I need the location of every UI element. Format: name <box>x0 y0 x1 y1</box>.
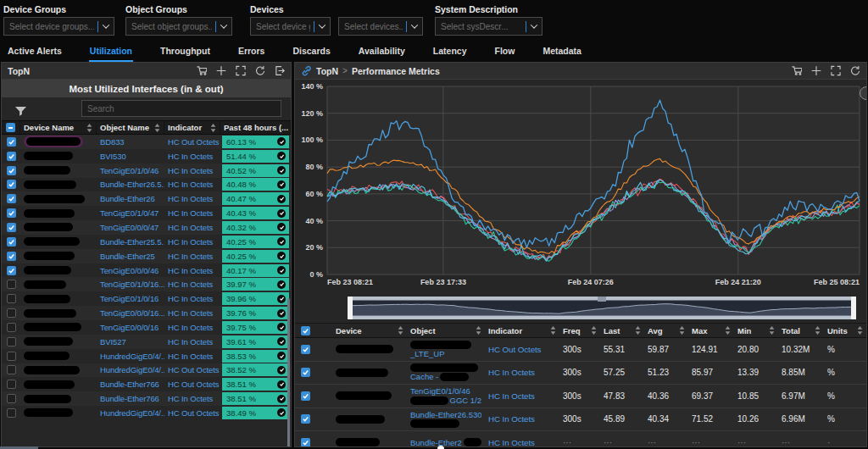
sort-icon[interactable] <box>725 326 731 335</box>
object-name-cell[interactable]: TenGigE0/0/0/16.... <box>97 308 164 318</box>
checkbox-checked[interactable] <box>7 180 16 189</box>
table-row[interactable]: Bundle-Ether26.5... HC In Octets 40.48 % <box>2 178 291 192</box>
chart-range-navigator[interactable] <box>348 297 856 319</box>
indicator-cell[interactable]: HC In Octets <box>164 180 220 189</box>
object-name-cell[interactable]: HundredGigE0/4/... <box>97 408 164 418</box>
refresh-icon[interactable] <box>850 65 860 76</box>
sort-icon[interactable] <box>550 326 556 335</box>
checkbox-checked[interactable] <box>7 223 16 232</box>
performance-chart[interactable]: 0 %20 %40 %60 %80 %100 %120 %140 %Feb 23… <box>295 80 866 293</box>
checkbox-unchecked[interactable] <box>7 294 16 303</box>
table-row[interactable]: TenGigE0/0/0/16 HC In Octets 39.75 % <box>2 320 291 335</box>
table-row[interactable]: Bundle-Ether26 HC In Octets 40.47 % <box>2 191 291 206</box>
indicator-cell[interactable]: HC Out Octets <box>164 408 220 418</box>
sysdescr-select[interactable]: Select sysDescr... <box>435 17 542 36</box>
indicator-cell[interactable]: HC In Octets <box>164 223 220 232</box>
table-row[interactable]: Bundle-Ether2 HC In Octets ··· ··· ··· ·… <box>295 431 866 447</box>
checkbox-unchecked[interactable] <box>7 394 16 403</box>
object-name-cell[interactable]: HundredGigE0/4/... <box>97 352 164 361</box>
object-name-cell[interactable]: TenGigE0/0/0/47 <box>97 223 164 232</box>
add-icon[interactable] <box>811 65 821 76</box>
indicator-cell[interactable]: HC In Octets <box>164 323 220 332</box>
sort-icon[interactable] <box>679 326 685 335</box>
object-name-cell[interactable]: Bundle-Ether766 <box>97 380 164 389</box>
checkbox-unchecked[interactable] <box>7 380 16 389</box>
checkbox-checked[interactable] <box>301 326 310 335</box>
indicator-cell[interactable]: HC In Octets <box>164 280 220 289</box>
expand-icon[interactable] <box>831 65 841 76</box>
add-icon[interactable] <box>216 65 226 76</box>
column-header[interactable]: Object Name <box>97 121 164 134</box>
tab-flow[interactable]: Flow <box>494 42 516 62</box>
indicator-cell[interactable]: HC Out Octets <box>485 345 559 354</box>
column-header[interactable]: Units <box>824 324 866 337</box>
indicator-cell[interactable]: HC In Octets <box>164 337 220 346</box>
object-name-cell[interactable]: TenGigE0/0/0/16 <box>97 323 164 332</box>
indicator-cell[interactable]: HC In Octets <box>164 252 220 261</box>
column-header[interactable]: Past 48 hours (... <box>220 121 291 134</box>
column-header[interactable]: Device <box>332 324 407 337</box>
indicator-cell[interactable]: HC In Octets <box>164 294 220 303</box>
checkbox-checked[interactable] <box>7 266 16 275</box>
sort-icon[interactable] <box>591 326 597 335</box>
object-cell[interactable]: Bundle-Ether26.530 - <box>407 410 485 428</box>
checkbox-unchecked[interactable] <box>7 308 16 318</box>
object-name-cell[interactable]: Bundle-Ether26 <box>97 194 164 203</box>
sort-icon[interactable] <box>476 326 481 335</box>
indicator-cell[interactable]: HC In Octets <box>164 352 220 361</box>
column-header[interactable]: Total <box>778 324 824 337</box>
table-row[interactable]: Cache - HC In Octets 300s 57.25 51.23 85… <box>295 362 866 385</box>
column-header[interactable]: Max <box>688 324 734 337</box>
checkbox-checked[interactable] <box>301 438 310 447</box>
indicator-cell[interactable]: HC Out Octets <box>164 365 220 374</box>
checkbox-checked[interactable] <box>7 237 16 247</box>
table-row[interactable]: BVI530 HC In Octets 51.44 % <box>2 149 291 164</box>
indicator-cell[interactable]: HC In Octets <box>164 266 220 275</box>
indicator-cell[interactable]: HC In Octets <box>485 391 559 401</box>
table-row[interactable]: TenGigE0/0/0/46 HC In Octets 40.17 % <box>2 263 291 278</box>
object-name-cell[interactable]: TenGigE0/1/0/47 <box>97 208 164 218</box>
column-header[interactable]: Min <box>734 324 778 337</box>
column-header[interactable]: Indicator <box>485 324 559 337</box>
column-header[interactable]: Object <box>407 324 485 337</box>
indicator-cell[interactable]: HC In Octets <box>485 368 559 377</box>
checkbox-checked[interactable] <box>7 208 16 218</box>
object-name-cell[interactable]: Bundle-Ether25 <box>97 252 164 261</box>
sort-icon[interactable] <box>635 326 641 335</box>
table-row[interactable]: BVI527 HC In Octets 39.61 % <box>2 335 291 349</box>
vertical-scrollbar[interactable] <box>287 298 290 447</box>
table-row[interactable]: TenGigE0/1/0/16 HC In Octets 39.96 % <box>2 291 291 306</box>
tab-active-alerts[interactable]: Active Alerts <box>7 42 63 62</box>
checkbox-unchecked[interactable] <box>7 280 16 289</box>
checkbox-checked[interactable] <box>301 345 310 354</box>
object-name-cell[interactable]: TenGigE0/0/0/46 <box>97 266 164 275</box>
object-name-cell[interactable]: TenGigE0/1/0/46 <box>97 166 164 175</box>
table-row[interactable]: HundredGigE0/4/... HC In Octets 38.53 % <box>2 349 291 363</box>
tab-throughput[interactable]: Throughput <box>159 42 211 62</box>
indicator-cell[interactable]: HC In Octets <box>485 414 559 424</box>
object-groups-select[interactable]: Select object groups... <box>125 17 232 36</box>
object-cell[interactable]: Cache - <box>407 363 485 381</box>
breadcrumb-parent[interactable]: TopN <box>316 66 338 76</box>
table-row[interactable]: Bundle-Ether766 HC Out Octets 38.51 % <box>2 377 291 391</box>
checkbox-checked[interactable] <box>7 152 16 161</box>
table-row[interactable]: TenGigE0/1/0/16.... HC In Octets 39.97 % <box>2 277 291 291</box>
table-row[interactable]: Bundle-Ether25.5... HC In Octets 40.25 % <box>2 235 291 249</box>
devices-group-select[interactable]: Select device groups... <box>250 17 331 36</box>
table-row[interactable]: Bundle-Ether26.530 - HC In Octets 300s 4… <box>295 408 866 432</box>
tab-utilization[interactable]: Utilization <box>89 42 133 62</box>
column-header[interactable]: Device Name <box>20 121 97 134</box>
checkbox-indeterminate[interactable] <box>6 123 15 132</box>
indicator-cell[interactable]: HC In Octets <box>164 237 220 247</box>
table-row[interactable]: TenGigE0/0/0/16.... HC In Octets 39.76 % <box>2 306 291 320</box>
indicator-cell[interactable]: HC In Octets <box>164 194 220 203</box>
table-row[interactable]: HundredGigE0/4/... HC Out Octets 38.52 % <box>2 363 291 378</box>
sort-icon[interactable] <box>86 124 92 132</box>
tab-metadata[interactable]: Metadata <box>542 42 582 62</box>
checkbox-unchecked[interactable] <box>7 365 16 374</box>
sort-icon[interactable] <box>857 326 863 335</box>
export-icon[interactable] <box>275 65 285 76</box>
checkbox-checked[interactable] <box>7 194 16 203</box>
table-row[interactable]: Bundle-Ether25 HC In Octets 40.25 % <box>2 249 291 263</box>
indicator-cell[interactable]: HC In Octets <box>164 308 220 318</box>
